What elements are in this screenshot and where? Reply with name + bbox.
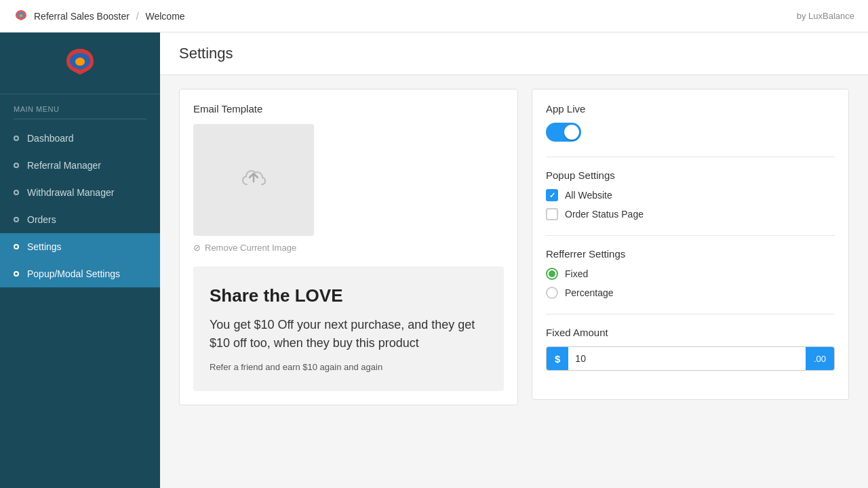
radio-fixed[interactable] xyxy=(546,268,558,280)
sidebar-item-dot xyxy=(14,244,19,249)
sidebar-item-label: Dashboard xyxy=(27,133,74,144)
amount-input-row: $ .00 xyxy=(546,346,835,371)
sidebar-item-label: Settings xyxy=(27,241,62,252)
toggle-thumb xyxy=(564,125,579,140)
radio-percentage[interactable] xyxy=(546,287,558,299)
app-live-toggle[interactable] xyxy=(546,123,581,142)
amount-prefix: $ xyxy=(547,347,568,370)
divider-3 xyxy=(546,314,835,314)
radio-row-percentage: Percentage xyxy=(546,287,835,299)
sidebar-item-dot xyxy=(14,271,19,277)
divider-1 xyxy=(546,157,835,157)
image-upload-area[interactable] xyxy=(193,124,314,236)
content-body: Email Template ⊘ Remove Current Image xyxy=(160,75,868,419)
amount-input-field[interactable] xyxy=(568,347,806,370)
sidebar-item-label: Referral Manager xyxy=(27,160,101,171)
sidebar-item-dot xyxy=(14,136,19,141)
popup-settings-label: Popup Settings xyxy=(546,169,835,181)
sidebar-item-dot xyxy=(14,163,19,168)
sidebar-section-label: Main Menu xyxy=(0,94,160,119)
fixed-amount-label: Fixed Amount xyxy=(546,327,835,338)
checkbox-row-order-status: Order Status Page xyxy=(546,208,835,220)
sidebar-logo xyxy=(63,46,97,80)
checkbox-order-status[interactable] xyxy=(546,208,558,220)
referrer-settings-section: Refferrer Settings Fixed Percentage xyxy=(546,248,835,299)
sidebar-item-settings[interactable]: Settings xyxy=(0,233,160,260)
radio-label-fixed: Fixed xyxy=(565,268,588,279)
email-preview-title: Share the LOVE xyxy=(210,285,488,306)
remove-icon: ⊘ xyxy=(193,243,201,253)
sidebar-logo-area xyxy=(0,33,160,94)
sidebar-item-label: Popup/Modal Settings xyxy=(27,268,120,279)
amount-suffix: .00 xyxy=(806,347,834,370)
app-live-label: App Live xyxy=(546,103,835,115)
upload-icon xyxy=(240,164,267,197)
sidebar-item-dot xyxy=(14,190,19,195)
email-preview-body: You get $10 Off your next purchase, and … xyxy=(210,316,488,352)
checkbox-all-website[interactable]: ✓ xyxy=(546,189,558,201)
topbar-breadcrumb: Referral Sales Booster / Welcome xyxy=(34,11,185,22)
fixed-amount-section: Fixed Amount $ .00 xyxy=(546,327,835,371)
sidebar-divider xyxy=(14,119,146,119)
sidebar-item-label: Withdrawal Manager xyxy=(27,187,114,198)
content: Settings Email Template ⊘ Remo xyxy=(160,33,868,488)
sidebar-item-label: Orders xyxy=(27,214,56,225)
remove-image-button[interactable]: ⊘ Remove Current Image xyxy=(193,243,504,253)
email-preview-card: Share the LOVE You get $10 Off your next… xyxy=(193,266,504,391)
email-preview-footer: Refer a friend and earn $10 again and ag… xyxy=(210,362,488,372)
remove-image-label: Remove Current Image xyxy=(205,243,296,253)
content-header: Settings xyxy=(160,33,868,75)
referrer-settings-label: Refferrer Settings xyxy=(546,248,835,260)
topbar-logo-icon xyxy=(14,9,28,24)
checkbox-row-all-website: ✓ All Website xyxy=(546,189,835,201)
radio-label-percentage: Percentage xyxy=(565,287,614,298)
popup-settings-section: Popup Settings ✓ All Website Order Statu… xyxy=(546,169,835,220)
topbar-left: Referral Sales Booster / Welcome xyxy=(14,9,185,24)
sidebar-item-orders[interactable]: Orders xyxy=(0,206,160,233)
check-icon: ✓ xyxy=(549,191,555,200)
right-panel: App Live Popup Settings ✓ All Website xyxy=(532,89,849,400)
topbar-by-label: by LuxBalance xyxy=(797,11,854,21)
sidebar-item-dashboard[interactable]: Dashboard xyxy=(0,125,160,152)
main-layout: Main Menu Dashboard Referral Manager Wit… xyxy=(0,33,868,488)
page-title: Settings xyxy=(179,45,849,62)
radio-inner-fixed xyxy=(549,270,555,277)
checkbox-label-all-website: All Website xyxy=(565,190,612,201)
sidebar: Main Menu Dashboard Referral Manager Wit… xyxy=(0,33,160,488)
email-template-title: Email Template xyxy=(193,103,504,115)
sidebar-item-referral-manager[interactable]: Referral Manager xyxy=(0,152,160,179)
sidebar-item-popup-modal-settings[interactable]: Popup/Modal Settings xyxy=(0,260,160,287)
sidebar-item-withdrawal-manager[interactable]: Withdrawal Manager xyxy=(0,179,160,206)
checkbox-label-order-status: Order Status Page xyxy=(565,209,644,220)
sidebar-item-dot xyxy=(14,217,19,222)
topbar: Referral Sales Booster / Welcome by LuxB… xyxy=(0,0,868,33)
app-live-section: App Live xyxy=(546,103,835,142)
left-panel: Email Template ⊘ Remove Current Image xyxy=(179,89,518,405)
divider-2 xyxy=(546,235,835,236)
radio-row-fixed: Fixed xyxy=(546,268,835,280)
